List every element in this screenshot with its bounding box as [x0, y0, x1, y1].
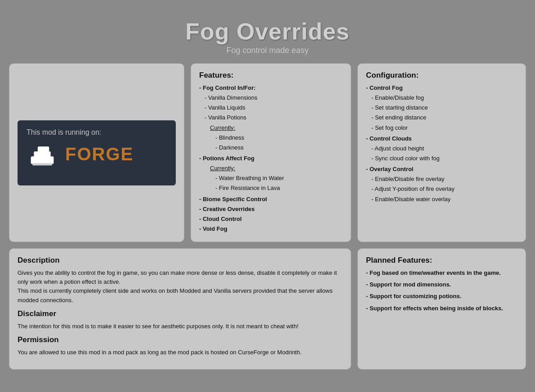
feat-creative: - Creative Overrides	[199, 205, 343, 214]
top-row: This mod is running on: FORGE Features: …	[9, 63, 526, 242]
config-fire-y-pos: - Adjust Y-position of fire overlay	[371, 185, 517, 194]
forge-running-text: This mod is running on:	[27, 128, 101, 137]
feat-void: - Void Fog	[199, 225, 343, 233]
planned-card: Planned Features: - Fog based on time/we…	[357, 248, 526, 370]
features-card: Features: - Fog Control In/For: - Vanill…	[191, 63, 351, 242]
planned-content: - Fog based on time/weather events in th…	[366, 269, 517, 313]
config-fog-color: - Set fog color	[371, 123, 517, 132]
config-control-clouds: - Control Clouds	[366, 134, 517, 143]
feat-potions-affect: - Potions Affect Fog	[199, 154, 343, 163]
description-card: Description Gives you the ability to con…	[9, 248, 351, 370]
planned-item-4: - Support for effects when being inside …	[366, 304, 517, 313]
svg-rect-3	[32, 163, 52, 165]
page-title: Fog Overrides	[9, 18, 526, 45]
forge-logo-row: FORGE	[27, 142, 134, 167]
config-enable-disable-fog: - Enable/Disable fog	[371, 93, 517, 102]
config-control-fog: - Control Fog	[366, 84, 517, 92]
forge-brand-text: FORGE	[65, 144, 134, 164]
feat-water-breathing: - Water Breathing in Water	[215, 174, 343, 183]
feat-fire-resistance: - Fire Resistance in Lava	[215, 184, 343, 193]
feat-vanilla-dim: - Vanilla Dimensions	[205, 93, 343, 102]
features-content: - Fog Control In/For: - Vanilla Dimensio…	[199, 84, 343, 233]
feat-blindness: - Blindness	[215, 133, 343, 142]
anvil-icon	[27, 142, 58, 167]
features-title: Features:	[199, 71, 343, 80]
permission-title: Permission	[18, 335, 343, 344]
feat-darkness: - Darkness	[215, 143, 343, 152]
config-end-dist: - Set ending distance	[371, 113, 517, 122]
page-subtitle: Fog control made easy	[9, 46, 526, 55]
config-start-dist: - Set starting distance	[371, 103, 517, 112]
feat-currently-2: Currently:	[210, 164, 343, 173]
config-content: - Control Fog - Enable/Disable fog - Set…	[366, 84, 517, 204]
forge-inner: This mod is running on: FORGE	[18, 120, 176, 185]
bottom-row: Description Gives you the ability to con…	[9, 248, 526, 370]
planned-item-1: - Fog based on time/weather events in th…	[366, 269, 517, 277]
config-overlay-control: - Overlay Control	[366, 165, 517, 174]
planned-item-3: - Support for customizing potions.	[366, 292, 517, 301]
page-header: Fog Overrides Fog control made easy	[9, 9, 526, 63]
feat-biome: - Biome Specific Control	[199, 195, 343, 204]
feat-currently-1: Currently:	[210, 123, 343, 132]
permission-body: You are allowed to use this mod in a mod…	[18, 348, 343, 357]
desc-body-text: Gives you the ability to control the fog…	[18, 269, 337, 303]
planned-item-2: - Support for mod dimensions.	[366, 280, 517, 289]
config-fire-overlay: - Enable/Disable fire overlay	[371, 175, 517, 184]
forge-card: This mod is running on: FORGE	[9, 63, 184, 242]
disclaimer-title: Disclaimer	[18, 309, 343, 318]
config-water-overlay: - Enable/Disable water overlay	[371, 195, 517, 204]
feat-fog-control: - Fog Control In/For:	[199, 84, 343, 92]
config-cloud-height: - Adjust cloud height	[371, 144, 517, 153]
svg-rect-2	[38, 146, 49, 153]
planned-title: Planned Features:	[366, 256, 517, 265]
disclaimer-body: The intention for this mod is to make it…	[18, 322, 343, 331]
feat-vanilla-pot: - Vanilla Potions	[205, 113, 343, 122]
description-title: Description	[18, 256, 343, 265]
feat-vanilla-liq: - Vanilla Liquids	[205, 103, 343, 112]
description-body: Gives you the ability to control the fog…	[18, 269, 343, 305]
config-card: Configuration: - Control Fog - Enable/Di…	[357, 63, 526, 242]
feat-cloud: - Cloud Control	[199, 215, 343, 224]
config-title: Configuration:	[366, 71, 517, 80]
config-cloud-color: - Sync cloud color with fog	[371, 154, 517, 163]
